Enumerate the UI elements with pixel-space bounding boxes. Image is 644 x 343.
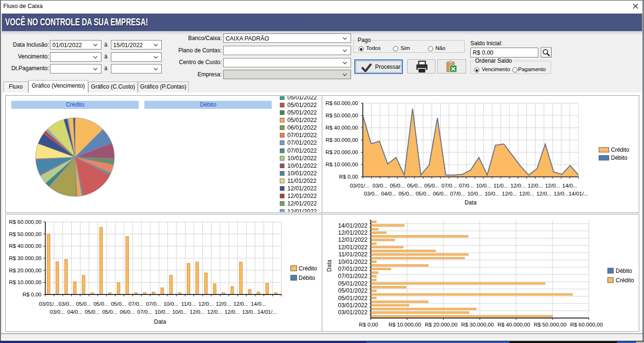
svg-text:Data: Data <box>154 318 166 325</box>
svg-text:03/01/...: 03/01/... <box>39 301 59 307</box>
svg-text:06/0...: 06/0... <box>120 309 135 315</box>
svg-text:05/0...: 05/0... <box>398 191 413 196</box>
svg-text:12/01/2022: 12/01/2022 <box>338 229 368 236</box>
svg-text:07/0...: 07/0... <box>459 183 474 188</box>
svg-text:12/0...: 12/0... <box>234 301 249 307</box>
svg-text:05/0...: 05/0... <box>85 309 100 315</box>
svg-text:12/0...: 12/0... <box>190 309 205 315</box>
svg-text:14/01/2022: 14/01/2022 <box>338 222 368 229</box>
svg-text:11/0...: 11/0... <box>493 183 508 188</box>
svg-text:R$ 30.000,00: R$ 30.000,00 <box>326 137 358 143</box>
svg-text:Data: Data <box>326 260 333 272</box>
svg-text:03/0...: 03/0... <box>50 309 65 315</box>
svg-text:05/01/2022: 05/01/2022 <box>338 287 368 294</box>
svg-text:10/0...: 10/0... <box>476 183 491 188</box>
svg-text:05/01/2022: 05/01/2022 <box>338 295 368 302</box>
svg-text:R$ 0,00: R$ 0,00 <box>339 174 358 180</box>
svg-text:07/0...: 07/0... <box>128 301 143 307</box>
svg-text:05/0...: 05/0... <box>93 301 109 307</box>
svg-text:10/0...: 10/0... <box>163 301 178 307</box>
svg-text:12/0...: 12/0... <box>199 301 214 307</box>
svg-text:R$ 0,00: R$ 0,00 <box>359 322 378 327</box>
svg-text:04/0...: 04/0... <box>67 309 83 315</box>
svg-text:05/0...: 05/0... <box>111 301 126 307</box>
svg-text:14/01/...: 14/01/... <box>569 191 588 196</box>
svg-text:14/0...: 14/0... <box>562 183 577 188</box>
svg-text:10/0...: 10/0... <box>155 309 170 315</box>
svg-text:12/0...: 12/0... <box>545 183 560 188</box>
svg-text:12/0...: 12/0... <box>510 183 526 188</box>
svg-text:R$ 0,00: R$ 0,00 <box>23 292 42 297</box>
svg-text:12/0...: 12/0... <box>519 191 534 196</box>
svg-text:Crédito: Crédito <box>611 147 629 153</box>
svg-text:R$ 60.000,00: R$ 60.000,00 <box>9 219 42 225</box>
svg-text:14/01/...: 14/01/... <box>257 309 277 315</box>
svg-text:Crédito: Crédito <box>299 265 317 272</box>
svg-text:10/0...: 10/0... <box>485 191 500 196</box>
svg-text:Data: Data <box>465 199 477 206</box>
svg-text:03/0...: 03/0... <box>59 301 74 307</box>
svg-text:10/0...: 10/0... <box>172 309 187 315</box>
svg-text:R$ 20.000,00: R$ 20.000,00 <box>326 149 358 155</box>
svg-text:Débito: Débito <box>299 275 315 281</box>
svg-text:R$ 30.000,00: R$ 30.000,00 <box>9 255 42 261</box>
svg-text:10/0...: 10/0... <box>468 191 483 196</box>
svg-text:12/0...: 12/0... <box>528 183 543 188</box>
svg-text:03/01/2022: 03/01/2022 <box>338 309 368 316</box>
svg-text:07/0...: 07/0... <box>442 183 457 188</box>
svg-text:R$ 10.000,00: R$ 10.000,00 <box>326 162 358 167</box>
svg-text:R$ 30.000,00: R$ 30.000,00 <box>461 322 493 327</box>
svg-text:12/0...: 12/0... <box>225 309 240 315</box>
svg-text:12/0...: 12/0... <box>536 191 552 196</box>
svg-text:12/01/2022: 12/01/2022 <box>338 244 368 251</box>
svg-text:11/01/2022: 11/01/2022 <box>338 251 368 258</box>
svg-text:07/0...: 07/0... <box>137 309 152 315</box>
svg-text:12/0...: 12/0... <box>207 309 222 315</box>
svg-text:07/0...: 07/0... <box>450 191 465 196</box>
svg-text:07/01/2022: 07/01/2022 <box>338 273 368 279</box>
svg-text:05/0...: 05/0... <box>416 191 431 196</box>
svg-text:05/0...: 05/0... <box>407 183 422 188</box>
svg-text:R$ 50.000,00: R$ 50.000,00 <box>326 113 358 118</box>
svg-text:04/0...: 04/0... <box>381 191 396 196</box>
svg-text:R$ 40.000,00: R$ 40.000,00 <box>9 243 42 249</box>
svg-text:07/01/2022: 07/01/2022 <box>338 266 368 272</box>
svg-text:14/0...: 14/0... <box>251 301 266 307</box>
svg-text:05/0...: 05/0... <box>424 183 439 188</box>
svg-text:Débito: Débito <box>611 155 627 161</box>
svg-text:12/0...: 12/0... <box>502 191 517 196</box>
svg-text:03/01/2022: 03/01/2022 <box>338 302 368 309</box>
svg-text:05/0...: 05/0... <box>390 183 405 188</box>
svg-text:R$ 40.000,00: R$ 40.000,00 <box>497 322 530 327</box>
svg-text:03/0...: 03/0... <box>373 183 388 188</box>
svg-text:05/01/2022: 05/01/2022 <box>338 280 368 287</box>
svg-text:06/0...: 06/0... <box>433 191 448 196</box>
svg-text:R$ 50.000,00: R$ 50.000,00 <box>9 231 42 237</box>
svg-text:R$ 10.000,00: R$ 10.000,00 <box>9 279 42 285</box>
svg-text:Crédito: Crédito <box>616 277 634 284</box>
svg-text:R$ 60.000,00: R$ 60.000,00 <box>570 322 602 327</box>
svg-text:05/0...: 05/0... <box>76 301 91 307</box>
svg-text:12/01/2022: 12/01/2022 <box>338 237 368 243</box>
svg-text:R$ 20.000,00: R$ 20.000,00 <box>425 322 457 327</box>
svg-text:Débito: Débito <box>616 268 632 274</box>
svg-text:13/0...: 13/0... <box>242 309 257 315</box>
svg-text:12/0...: 12/0... <box>216 301 231 307</box>
svg-text:11/0...: 11/0... <box>181 301 196 307</box>
svg-text:13/0...: 13/0... <box>553 191 569 196</box>
svg-text:R$ 20.000,00: R$ 20.000,00 <box>9 268 42 273</box>
svg-text:R$ 10.000,00: R$ 10.000,00 <box>388 322 421 327</box>
svg-text:03/01/...: 03/01/... <box>350 183 370 188</box>
svg-text:05/0...: 05/0... <box>102 309 117 315</box>
svg-text:03/0...: 03/0... <box>364 191 379 196</box>
svg-text:R$ 50.000,00: R$ 50.000,00 <box>534 322 566 327</box>
svg-text:R$ 40.000,00: R$ 40.000,00 <box>326 125 358 131</box>
svg-text:R$ 60.000,00: R$ 60.000,00 <box>326 100 358 106</box>
svg-text:07/0...: 07/0... <box>146 301 161 307</box>
svg-text:10/01/2022: 10/01/2022 <box>338 259 368 265</box>
